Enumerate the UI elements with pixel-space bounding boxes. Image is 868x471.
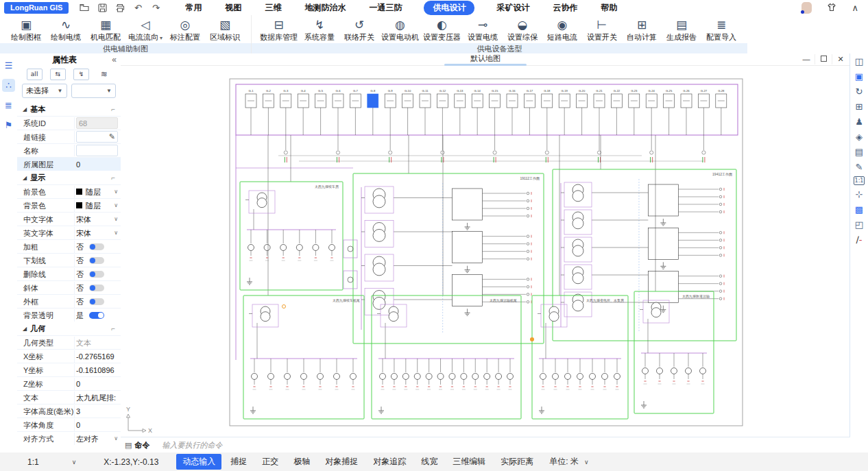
save-icon[interactable] [97, 3, 107, 12]
feeder-cell[interactable]: G-17 [524, 89, 535, 135]
unit-label[interactable]: 单位: 米 [549, 456, 579, 468]
prop-value[interactable]: 随层∨ [74, 200, 121, 212]
status-toggle-线宽[interactable]: 线宽 [415, 454, 444, 470]
tool-gen-report[interactable]: ▤生成报告 [662, 16, 701, 43]
filter-swap-icon[interactable]: ⇆ [50, 69, 66, 80]
feeder-cell[interactable]: G-12 [437, 89, 448, 162]
grid-map-icon[interactable]: ⊞ [853, 101, 865, 112]
secondary-dropdown[interactable]: ▼ [71, 84, 117, 98]
app-logo[interactable]: LongRuan GIS [4, 2, 69, 14]
tool-draw-frame[interactable]: ▣绘制图框 [7, 16, 45, 43]
menu-云协作[interactable]: 云协作 [551, 1, 579, 15]
prop-value[interactable]: 0 [74, 419, 121, 431]
dropdown-caret-icon[interactable]: ∨ [114, 227, 118, 239]
prop-value[interactable]: -0.2765169 [74, 350, 121, 363]
schematic-section[interactable]: 太西九煤变电所、水泵房 [532, 295, 628, 419]
feeder-cell[interactable]: G-23 [629, 89, 640, 135]
command-input[interactable]: 输入要执行的命令 [162, 440, 222, 450]
tool-current-flow[interactable]: ◁电流流向▾ [126, 16, 165, 43]
prop-value[interactable]: 太九机尾排: [74, 391, 121, 404]
object-browser-icon[interactable]: ∴ [2, 79, 15, 92]
menu-采矿设计[interactable]: 采矿设计 [495, 1, 531, 15]
menu-一通三防[interactable]: 一通三防 [367, 1, 403, 15]
tool-set-switch[interactable]: ⊢设置开关 [583, 16, 621, 43]
feeder-cell[interactable]: G-19 [559, 89, 570, 135]
open-folder-icon[interactable] [80, 3, 89, 12]
dropdown-caret-icon[interactable]: ∨ [114, 213, 118, 226]
canvas-tab-default-map[interactable]: 默认地图 [121, 53, 850, 64]
panel-layout-icon[interactable]: ◫ [853, 56, 865, 67]
redo-icon[interactable]: ↷ [151, 3, 160, 12]
schematic-section[interactable]: 太西九煤绞车房 [240, 182, 343, 290]
dropdown-caret-icon[interactable]: ∨ [114, 200, 118, 212]
status-toggle-动态输入[interactable]: 动态输入 [176, 454, 221, 470]
schematic-drawing[interactable]: G-1G-2G-3G-4G-5G-6G-7G-8G-9G-10G-11G-12G… [121, 65, 850, 437]
feeder-cell[interactable]: G-5 [315, 89, 326, 135]
zoom-ratio[interactable]: 1:1 [27, 457, 39, 467]
tool-region-mark[interactable]: ▧区域标识 [206, 16, 244, 43]
menu-视图[interactable]: 视图 [224, 1, 243, 15]
tool-short-circuit[interactable]: ◉短路电流 [543, 16, 581, 43]
pan-move-icon[interactable]: ⊹ [853, 189, 865, 200]
scene-tree-icon[interactable]: ☰ [2, 59, 15, 72]
menu-地测防治水[interactable]: 地测防治水 [303, 1, 347, 15]
feeder-cell[interactable]: G-28 [716, 89, 727, 135]
prop-value[interactable]: 0 [74, 378, 121, 390]
toggle-switch[interactable] [89, 312, 104, 319]
draw-annotate-icon[interactable]: ✎ [853, 161, 865, 173]
feeder-cell[interactable]: G-4 [298, 89, 309, 135]
section-header-基本[interactable]: ◢基本⌐ [17, 102, 121, 116]
value-box[interactable]: ✎ [76, 131, 118, 143]
prop-value[interactable]: -0.1610896 [74, 364, 121, 376]
status-toggle-正交[interactable]: 正交 [256, 454, 285, 470]
canvas-close-icon[interactable]: ✕ [832, 54, 849, 64]
prop-value[interactable]: 左对齐∨ [74, 433, 121, 445]
feeder-cell[interactable]: G-20 [577, 89, 588, 135]
feeder-cell[interactable]: G-27 [698, 89, 709, 162]
box-select-icon[interactable]: ▣ [853, 71, 865, 82]
filter-layers-icon[interactable]: ≋ [97, 69, 111, 80]
tool-annotation-config[interactable]: ◎标注配置 [166, 16, 204, 43]
tool-set-cable[interactable]: ⊸设置电缆 [463, 16, 502, 43]
tool-config-import[interactable]: ≣配置导入 [702, 16, 740, 43]
prop-value[interactable]: ✎ [74, 131, 121, 143]
status-toggle-对象追踪[interactable]: 对象追踪 [367, 454, 412, 470]
tool-tie-switch[interactable]: ↺联络开关 [340, 16, 378, 43]
prop-value[interactable]: 否 [74, 282, 121, 294]
viewport-window-icon[interactable]: ▤ [853, 146, 865, 158]
zoom-caret-icon[interactable]: ∨ [72, 459, 77, 466]
menu-常用[interactable]: 常用 [184, 1, 203, 15]
checker-grid-icon[interactable]: ▩ [853, 204, 865, 215]
prop-value[interactable]: 否 [74, 241, 121, 253]
tool-set-protection[interactable]: ◒设置综保 [503, 16, 542, 43]
menu-帮助[interactable]: 帮助 [599, 1, 618, 15]
feeder-cell[interactable]: G-18 [542, 89, 553, 162]
layer-list-icon[interactable]: ≣ [2, 99, 15, 112]
measure-line-icon[interactable]: ∕‑ [853, 234, 865, 245]
feeder-cell[interactable]: G-8 [367, 89, 378, 135]
feeder-cell[interactable]: G-26 [681, 89, 692, 135]
status-toggle-捕捉[interactable]: 捕捉 [224, 454, 253, 470]
status-toggle-三维编辑[interactable]: 三维编辑 [446, 454, 492, 470]
prop-value[interactable]: 宋体∨ [74, 213, 121, 226]
feeder-cell[interactable]: G-10 [402, 89, 413, 135]
tool-system-capacity[interactable]: ↯系统容量 [300, 16, 339, 43]
tool-auto-calc[interactable]: ⊞自动计算 [623, 16, 661, 43]
status-toggle-实际距离[interactable]: 实际距离 [494, 454, 540, 470]
feeder-cell[interactable]: G-25 [664, 89, 675, 135]
dropdown-caret-icon[interactable]: ∨ [114, 186, 118, 198]
prop-value[interactable]: 3 [74, 405, 121, 418]
edit-icon[interactable]: ✎ [109, 131, 115, 143]
prop-value[interactable]: 0 [74, 158, 121, 171]
feeder-cell[interactable]: G-14 [472, 89, 483, 135]
prop-value[interactable]: 否 [74, 295, 121, 308]
theme-skin-icon[interactable] [827, 3, 836, 13]
prop-value[interactable]: 文本 [74, 337, 121, 349]
selection-dropdown[interactable]: 未选择▼ [22, 84, 67, 98]
toggle-switch[interactable] [89, 298, 104, 305]
tool-set-transformer[interactable]: ◐设置变压器 [422, 16, 462, 43]
tool-electromech-match[interactable]: ▦机电匹配 [86, 16, 125, 43]
undo-icon[interactable]: ↶ [133, 3, 143, 12]
prop-value[interactable]: 随层∨ [74, 186, 121, 198]
feeder-cell[interactable]: G-13 [455, 89, 466, 135]
